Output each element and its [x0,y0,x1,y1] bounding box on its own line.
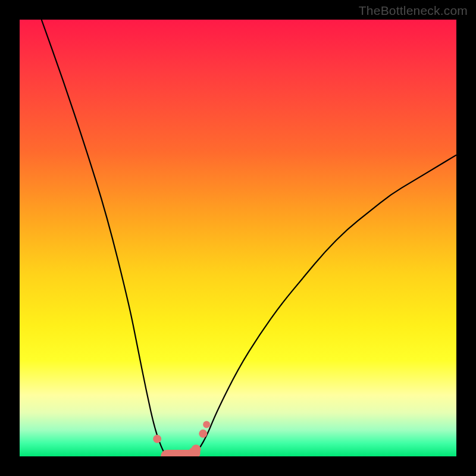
plot-area [20,20,456,456]
data-marker [192,444,201,454]
data-marker [199,430,207,438]
data-marker [153,435,161,443]
data-marker [203,421,210,428]
chart-frame: TheBottleneck.com [0,0,476,476]
watermark-text: TheBottleneck.com [359,4,468,18]
bottleneck-curve [20,20,456,456]
